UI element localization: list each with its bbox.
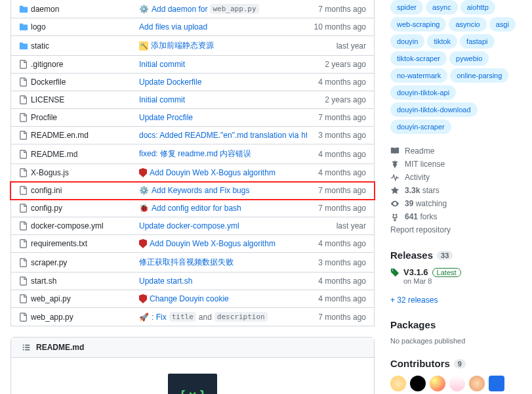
readme-header[interactable]: README.md (11, 338, 374, 358)
contributor-avatar[interactable] (390, 376, 406, 391)
file-icon (19, 186, 31, 195)
topic-tag[interactable]: douyin-tiktok-download (390, 102, 478, 117)
topic-tag[interactable]: douyin (390, 34, 424, 49)
file-row[interactable]: daemon⚙️ Add daemon for web_app.py7 mont… (10, 0, 375, 18)
release-version: V3.1.6 (403, 267, 428, 277)
file-row[interactable]: README.mdfixed: 修复 readme.md 内容错误4 month… (10, 144, 375, 164)
file-name-link[interactable]: README.en.md (31, 131, 89, 140)
commit-message: Change Douyin cookie (150, 294, 229, 303)
commit-message: Add config editor for bash (152, 204, 241, 213)
more-releases-link[interactable]: + 32 releases (390, 296, 438, 305)
releases-heading[interactable]: Releases33 (390, 250, 522, 261)
readme-filename: README.md (36, 343, 84, 352)
topic-tag[interactable]: web-scraping (390, 17, 446, 32)
file-row[interactable]: static🔨 添加前端静态资源last year (10, 36, 375, 56)
star-icon (390, 186, 399, 195)
contributor-avatar[interactable] (469, 376, 485, 391)
file-time: 3 months ago (307, 258, 366, 267)
file-icon (19, 168, 31, 177)
packages-heading[interactable]: Packages (390, 319, 522, 330)
file-row[interactable]: config.ini⚙️ Add Keywords and Fix bugs7 … (10, 182, 375, 200)
contributor-avatar[interactable] (449, 376, 465, 391)
file-row[interactable]: DockerfileUpdate Dockerfile4 months ago (10, 74, 375, 91)
contributors-heading[interactable]: Contributors9 (390, 358, 522, 369)
topic-tag[interactable]: no-watermark (390, 68, 447, 83)
commit-message: Add files via upload (139, 22, 207, 32)
readme-link[interactable]: Readme (390, 144, 522, 158)
topic-tag[interactable]: async (426, 0, 458, 14)
file-icon (19, 150, 31, 159)
file-name-link[interactable]: config.ini (31, 186, 62, 195)
file-row[interactable]: start.shUpdate start.sh4 months ago (10, 273, 375, 290)
file-name-link[interactable]: .gitignore (31, 60, 63, 69)
file-time: 4 months ago (307, 294, 366, 303)
file-name-link[interactable]: start.sh (31, 276, 56, 286)
file-row[interactable]: web_api.py Change Douyin cookie4 months … (10, 290, 375, 308)
file-name-link[interactable]: X-Bogus.js (31, 168, 69, 177)
topic-tag[interactable]: asyncio (449, 17, 486, 32)
file-row[interactable]: X-Bogus.js Add Douyin Web X-Bogus algori… (10, 164, 375, 182)
forks-stat[interactable]: 641 forks (390, 210, 522, 223)
file-row[interactable]: web_app.py🚀 : Fix title and description7… (10, 308, 375, 326)
file-name-link[interactable]: scraper.py (31, 258, 67, 267)
list-icon (22, 343, 31, 352)
file-row[interactable]: scraper.py修正获取抖音视频数据失败3 months ago (10, 253, 375, 273)
file-row[interactable]: .gitignoreInitial commit2 years ago (10, 56, 375, 74)
file-row[interactable]: logoAdd files via upload10 months ago (10, 18, 375, 36)
file-row[interactable]: docker-compose.ymlUpdate docker-compose.… (10, 217, 375, 235)
topic-tag[interactable]: pywebio (449, 51, 489, 66)
file-name-link[interactable]: config.py (31, 204, 62, 213)
file-name-link[interactable]: daemon (31, 5, 59, 14)
report-link[interactable]: Report repository (390, 223, 522, 236)
stars-stat[interactable]: 3.3k stars (390, 184, 522, 197)
contributor-avatar[interactable] (489, 376, 504, 391)
no-packages-text: No packages published (390, 337, 522, 345)
topic-tag[interactable]: aiohttp (460, 0, 495, 14)
topic-tag[interactable]: douyin-scraper (390, 120, 451, 134)
commit-message: : Fix (152, 313, 167, 322)
file-row[interactable]: ProcfileUpdate Procfile7 months ago (10, 109, 375, 127)
commit-message: Add daemon for (152, 5, 207, 14)
file-icon (19, 95, 31, 104)
topic-tag[interactable]: asgi (489, 17, 516, 32)
contributor-avatar[interactable] (430, 376, 445, 391)
commit-message: Add Douyin Web X-Bogus algorithm (150, 168, 276, 177)
fork-icon (390, 212, 399, 221)
topic-tag[interactable]: online-parsing (450, 68, 508, 83)
contributor-avatars (390, 376, 522, 394)
latest-release[interactable]: V3.1.6 Latest (390, 267, 522, 277)
file-time: 7 months ago (307, 313, 366, 322)
folder-icon (19, 41, 31, 51)
file-time: 3 months ago (307, 131, 366, 140)
file-row[interactable]: config.py🐞 Add config editor for bash7 m… (10, 200, 375, 217)
license-link[interactable]: MIT license (390, 158, 522, 171)
file-time: 10 months ago (307, 22, 366, 32)
watching-stat[interactable]: 39 watching (390, 197, 522, 210)
activity-link[interactable]: Activity (390, 171, 522, 184)
file-name-link[interactable]: web_app.py (31, 313, 73, 322)
file-name-link[interactable]: logo (31, 22, 46, 32)
topic-tag[interactable]: tiktok-scraper (390, 51, 447, 66)
file-name-link[interactable]: README.md (31, 150, 77, 159)
contributor-avatar[interactable] (410, 376, 426, 391)
file-name-link[interactable]: docker-compose.yml (31, 221, 104, 230)
releases-count: 33 (437, 251, 453, 260)
file-icon (19, 239, 31, 248)
topic-tag[interactable]: douyin-tiktok-api (390, 85, 456, 100)
file-name-link[interactable]: Dockerfile (31, 77, 66, 87)
topic-tag[interactable]: spider (390, 0, 423, 14)
file-row[interactable]: requirements.txt Add Douyin Web X-Bogus … (10, 235, 375, 253)
file-time: 4 months ago (307, 239, 366, 248)
book-icon (390, 146, 399, 156)
file-name-link[interactable]: Procfile (31, 113, 57, 122)
file-name-link[interactable]: requirements.txt (31, 239, 87, 248)
latest-badge: Latest (432, 268, 461, 277)
file-row[interactable]: README.en.mddocs: Added README."en".md t… (10, 127, 375, 144)
file-name-link[interactable]: static (31, 41, 49, 51)
topic-tag[interactable]: tiktok (427, 34, 457, 49)
file-name-link[interactable]: web_api.py (31, 294, 71, 303)
readme-panel: README.md {·×·} DOUYIN TIKTOK API Douyin… (10, 337, 375, 394)
topic-tag[interactable]: fastapi (460, 34, 494, 49)
file-name-link[interactable]: LICENSE (31, 95, 64, 104)
file-row[interactable]: LICENSEInitial commit2 years ago (10, 91, 375, 109)
